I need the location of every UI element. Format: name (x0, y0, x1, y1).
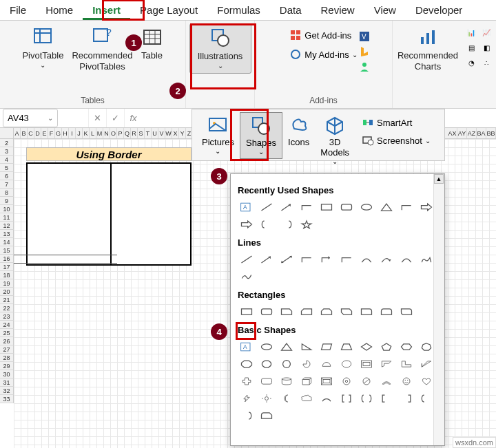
shape-round3[interactable] (397, 304, 415, 319)
col-header[interactable]: L (90, 128, 96, 138)
shape-rrect[interactable] (338, 200, 355, 215)
shape-dod[interactable] (278, 356, 296, 372)
col-header[interactable]: F (48, 128, 55, 138)
col-header[interactable]: K (83, 128, 90, 138)
people-icon[interactable] (358, 61, 371, 73)
gallery-scrollbar[interactable]: ▲ (433, 174, 444, 445)
menu-review[interactable]: Review (311, 0, 364, 20)
icons-button[interactable]: Icons (282, 112, 315, 150)
col-header[interactable]: G (55, 128, 62, 138)
shape-dec[interactable] (258, 356, 276, 372)
shape-arrow[interactable] (258, 252, 276, 267)
treemap-icon[interactable]: ▤ (465, 41, 477, 54)
row-header[interactable]: 18 (0, 271, 14, 279)
smartart-button[interactable]: SmartArt (359, 115, 433, 130)
shape-conn2[interactable] (278, 252, 296, 267)
namebox-dropdown-icon[interactable]: ⌄ (48, 114, 53, 122)
shape-oval[interactable] (258, 339, 276, 354)
shape-line[interactable] (238, 252, 256, 267)
shape-cloud[interactable] (298, 391, 316, 406)
col-header[interactable]: Q (124, 128, 131, 138)
shape-sun[interactable] (258, 391, 276, 406)
row-header[interactable]: 12 (0, 222, 14, 230)
row-header[interactable]: 31 (0, 378, 14, 387)
row-header[interactable]: 6 (0, 172, 14, 180)
shape-arrow[interactable] (278, 200, 296, 215)
shape-elbow[interactable] (298, 252, 316, 267)
row-header[interactable]: 28 (0, 354, 14, 362)
shape-pie[interactable] (298, 356, 316, 372)
row-header[interactable]: 21 (0, 296, 14, 304)
menu-formulas[interactable]: Formulas (207, 0, 270, 20)
col-header[interactable]: BA (477, 128, 486, 138)
screenshot-button[interactable]: Screenshot ⌄ (359, 133, 433, 148)
scroll-up-icon[interactable]: ▲ (434, 174, 444, 184)
combo-chart-icon[interactable]: ◧ (480, 41, 493, 54)
col-header[interactable]: AZ (467, 128, 477, 138)
shape-curve[interactable] (358, 252, 375, 267)
menu-developer[interactable]: Developer (406, 0, 472, 20)
row-header[interactable]: 15 (0, 246, 14, 255)
col-header[interactable]: AX (448, 128, 457, 138)
shape-plaque[interactable] (258, 374, 276, 389)
col-header[interactable]: D (34, 128, 41, 138)
bing-icon[interactable] (358, 45, 371, 58)
row-header[interactable]: 32 (0, 387, 14, 395)
shape-line[interactable] (258, 200, 276, 215)
row-header[interactable]: 9 (0, 197, 14, 205)
recommended-charts-button[interactable]: Recommended Charts (393, 23, 462, 74)
shape-diamond[interactable] (358, 339, 375, 354)
shape-snip4[interactable] (338, 304, 355, 319)
shape-round2[interactable] (378, 304, 395, 319)
shape-text[interactable]: A (238, 200, 256, 215)
shape-elbow[interactable] (298, 200, 316, 215)
pivottable-button[interactable]: PivotTable ⌄ (18, 23, 68, 72)
shape-elbowarr[interactable] (318, 252, 335, 267)
shape-rarrow[interactable] (238, 217, 256, 232)
col-header[interactable]: C (28, 128, 34, 138)
row-header[interactable]: 8 (0, 189, 14, 197)
shape-rect[interactable] (318, 200, 335, 215)
shape-brace2[interactable] (238, 408, 256, 423)
menu-home[interactable]: Home (36, 0, 83, 20)
shape-donut[interactable] (338, 374, 355, 389)
col-header[interactable]: O (110, 128, 117, 138)
shape-brace[interactable] (258, 217, 276, 232)
col-header[interactable]: M (96, 128, 103, 138)
row-header[interactable]: 16 (0, 255, 14, 263)
col-header[interactable]: E (41, 128, 48, 138)
shape-elbow[interactable] (397, 200, 415, 215)
shape-lbrack[interactable] (378, 391, 395, 406)
shape-star[interactable] (298, 217, 316, 232)
shape-tri[interactable] (278, 339, 296, 354)
row-header[interactable]: 30 (0, 370, 14, 378)
shapes-button[interactable]: Shapes ⌄ (240, 112, 282, 159)
row-header[interactable]: 20 (0, 288, 14, 296)
col-header[interactable]: BB (486, 128, 496, 138)
row-header[interactable]: 10 (0, 205, 14, 213)
menu-view[interactable]: View (364, 0, 406, 20)
col-header[interactable]: U (152, 128, 158, 138)
shape-text[interactable]: A (238, 339, 256, 354)
shape-rbrack[interactable] (397, 391, 415, 406)
row-header[interactable]: 19 (0, 279, 14, 288)
pictures-button[interactable]: Pictures ⌄ (196, 112, 240, 158)
enter-button[interactable]: ✓ (106, 109, 124, 127)
shape-snip3[interactable] (318, 304, 335, 319)
col-header[interactable]: P (117, 128, 124, 138)
illustrations-button[interactable]: Illustrations ⌄ (189, 23, 251, 74)
visio-icon[interactable]: V (358, 30, 371, 43)
col-header[interactable]: AY (457, 128, 467, 138)
shape-scribble[interactable] (238, 269, 256, 284)
shape-bolt[interactable] (238, 391, 256, 406)
shape-bevel[interactable] (318, 374, 335, 389)
shape-para[interactable] (318, 339, 335, 354)
row-header[interactable]: 5 (0, 164, 14, 172)
shape-dbrack[interactable] (338, 391, 355, 406)
cancel-button[interactable]: ✕ (88, 109, 106, 127)
shape-tear[interactable] (338, 356, 355, 372)
shape-cross[interactable] (238, 374, 256, 389)
shape-can[interactable] (278, 374, 296, 389)
fx-button[interactable]: fx (124, 109, 142, 127)
shape-smile[interactable] (397, 374, 415, 389)
